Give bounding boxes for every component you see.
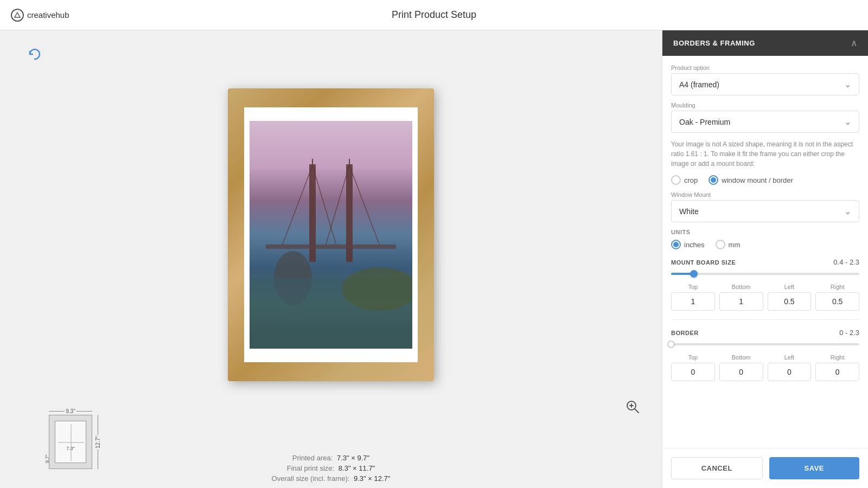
mount-top-cell: Top 1 bbox=[671, 284, 715, 311]
border-left-label: Left bbox=[768, 354, 812, 361]
svg-marker-0 bbox=[15, 12, 20, 17]
mount-top-label: Top bbox=[671, 284, 715, 290]
mount-board-label: MOUNT BOARD SIZE bbox=[671, 259, 736, 266]
diagram-height: 12.7" bbox=[95, 436, 101, 448]
mount-left-label: Left bbox=[768, 284, 812, 290]
panel-collapse-icon[interactable]: ∧ bbox=[851, 38, 858, 48]
border-slider[interactable] bbox=[671, 339, 859, 350]
product-option-group: Product option A4 (framed) ⌄ bbox=[671, 65, 859, 95]
mount-left-cell: Left 0.5 bbox=[768, 284, 812, 311]
logo-text: creativehub bbox=[27, 10, 69, 20]
border-top-label: Top bbox=[671, 354, 715, 361]
mount-top-input[interactable]: 1 bbox=[671, 292, 715, 311]
panel-content: Product option A4 (framed) ⌄ Moulding Oa… bbox=[662, 56, 868, 448]
border-left-input[interactable]: 0 bbox=[768, 363, 812, 381]
moulding-label: Moulding bbox=[671, 102, 859, 108]
mount-board-track bbox=[671, 273, 859, 275]
wood-frame bbox=[228, 88, 434, 381]
border-header: BORDER 0 - 2.3 bbox=[671, 329, 859, 337]
mount-board-header: MOUNT BOARD SIZE 0.4 - 2.3 bbox=[671, 258, 859, 266]
svg-line-16 bbox=[635, 409, 639, 413]
divider bbox=[671, 319, 859, 320]
border-top-cell: Top 0 bbox=[671, 354, 715, 381]
canvas-area: 9.3" 12.7" 7.3" 9.7" bbox=[0, 30, 662, 488]
mount-board-section: MOUNT BOARD SIZE 0.4 - 2.3 Top 1 Bottom … bbox=[671, 258, 859, 311]
page-title: Print Product Setup bbox=[392, 9, 476, 21]
crop-radio-circle bbox=[671, 175, 681, 185]
mount-board-slider[interactable] bbox=[671, 268, 859, 279]
size-info: Printed area: 7.3" × 9.7" Final print si… bbox=[272, 454, 391, 483]
refresh-icon[interactable] bbox=[27, 47, 42, 65]
inches-radio-label: inches bbox=[684, 241, 705, 249]
units-label: UNITS bbox=[671, 229, 859, 235]
window-mount-dropdown-label: Window Mount bbox=[671, 191, 859, 198]
border-bottom-input[interactable]: 0 bbox=[719, 363, 763, 381]
cancel-button[interactable]: CANCEL bbox=[671, 457, 763, 479]
panel-footer: CANCEL SAVE bbox=[662, 448, 868, 488]
logo-icon bbox=[11, 9, 24, 22]
mount-board-thumb[interactable] bbox=[690, 270, 698, 278]
svg-rect-4 bbox=[349, 159, 350, 164]
border-thumb[interactable] bbox=[667, 341, 675, 348]
final-print-line: Final print size: 8.3" × 11.7" bbox=[272, 464, 391, 472]
header: creativehub Print Product Setup bbox=[0, 0, 868, 30]
main-canvas: 9.3" 12.7" 7.3" 9.7" bbox=[0, 30, 662, 488]
panel-header: BORDERS & FRAMING ∧ bbox=[662, 30, 868, 56]
border-inputs: Top 0 Bottom 0 Left 0 Right 0 bbox=[671, 354, 859, 381]
zoom-icon[interactable] bbox=[625, 399, 640, 418]
units-radio-group: inches mm bbox=[671, 240, 859, 249]
mount-left-input[interactable]: 0.5 bbox=[768, 292, 812, 311]
svg-rect-2 bbox=[312, 159, 313, 164]
panel-title: BORDERS & FRAMING bbox=[673, 39, 755, 47]
mm-radio-circle bbox=[716, 240, 725, 249]
moulding-select[interactable]: Oak - Premium ⌄ bbox=[671, 111, 859, 133]
mount-bottom-label: Bottom bbox=[719, 284, 763, 290]
mount-board-range: 0.4 - 2.3 bbox=[833, 258, 859, 266]
border-right-cell: Right 0 bbox=[815, 354, 859, 381]
thumbnail-area: 9.3" 12.7" 7.3" 9.7" bbox=[43, 404, 108, 483]
product-option-label: Product option bbox=[671, 65, 859, 71]
diagram-inner-height: 9.7" bbox=[44, 454, 50, 463]
diagram-width: 9.3" bbox=[66, 408, 75, 414]
crop-radio-label: crop bbox=[684, 176, 698, 184]
border-right-label: Right bbox=[815, 354, 859, 361]
printed-area-line: Printed area: 7.3" × 9.7" bbox=[272, 454, 391, 462]
mount-board-inputs: Top 1 Bottom 1 Left 0.5 Right 0.5 bbox=[671, 284, 859, 311]
diagram-inner-width: 7.3" bbox=[66, 446, 75, 451]
moulding-chevron: ⌄ bbox=[844, 117, 851, 127]
mount-right-cell: Right 0.5 bbox=[815, 284, 859, 311]
window-mount-select[interactable]: White ⌄ bbox=[671, 200, 859, 222]
product-option-select[interactable]: A4 (framed) ⌄ bbox=[671, 73, 859, 95]
frame-inner bbox=[244, 107, 418, 362]
window-mount-chevron: ⌄ bbox=[844, 206, 851, 216]
overall-size-line: Overall size (incl. frame): 9.3" × 12.7" bbox=[272, 474, 391, 483]
border-right-input[interactable]: 0 bbox=[815, 363, 859, 381]
border-label: BORDER bbox=[671, 330, 699, 336]
inches-radio[interactable]: inches bbox=[671, 240, 705, 249]
product-option-value: A4 (framed) bbox=[679, 80, 719, 89]
info-text: Your image is not A sized shape, meaning… bbox=[671, 139, 859, 169]
logo[interactable]: creativehub bbox=[11, 9, 69, 22]
units-section: UNITS inches mm bbox=[671, 229, 859, 249]
crop-radio[interactable]: crop bbox=[671, 175, 698, 185]
border-section: BORDER 0 - 2.3 Top 0 Bottom 0 bbox=[671, 329, 859, 381]
svg-line-8 bbox=[349, 165, 380, 246]
mm-radio-label: mm bbox=[729, 241, 741, 249]
save-button[interactable]: SAVE bbox=[769, 457, 860, 479]
mount-bottom-cell: Bottom 1 bbox=[719, 284, 763, 311]
svg-line-5 bbox=[282, 165, 312, 246]
window-mount-radio[interactable]: window mount / border bbox=[709, 175, 793, 185]
border-top-input[interactable]: 0 bbox=[671, 363, 715, 381]
mount-bottom-input[interactable]: 1 bbox=[719, 292, 763, 311]
mount-right-input[interactable]: 0.5 bbox=[815, 292, 859, 311]
mm-radio[interactable]: mm bbox=[716, 240, 741, 249]
border-range: 0 - 2.3 bbox=[839, 329, 859, 337]
svg-rect-9 bbox=[266, 245, 396, 249]
window-mount-radio-circle bbox=[709, 175, 718, 185]
crop-mount-radio-group: crop window mount / border bbox=[671, 175, 859, 185]
inches-radio-circle bbox=[671, 240, 681, 249]
border-bottom-label: Bottom bbox=[719, 354, 763, 361]
frame-preview bbox=[228, 88, 434, 381]
window-mount-radio-label: window mount / border bbox=[722, 176, 793, 184]
window-mount-group: Window Mount White ⌄ bbox=[671, 191, 859, 222]
